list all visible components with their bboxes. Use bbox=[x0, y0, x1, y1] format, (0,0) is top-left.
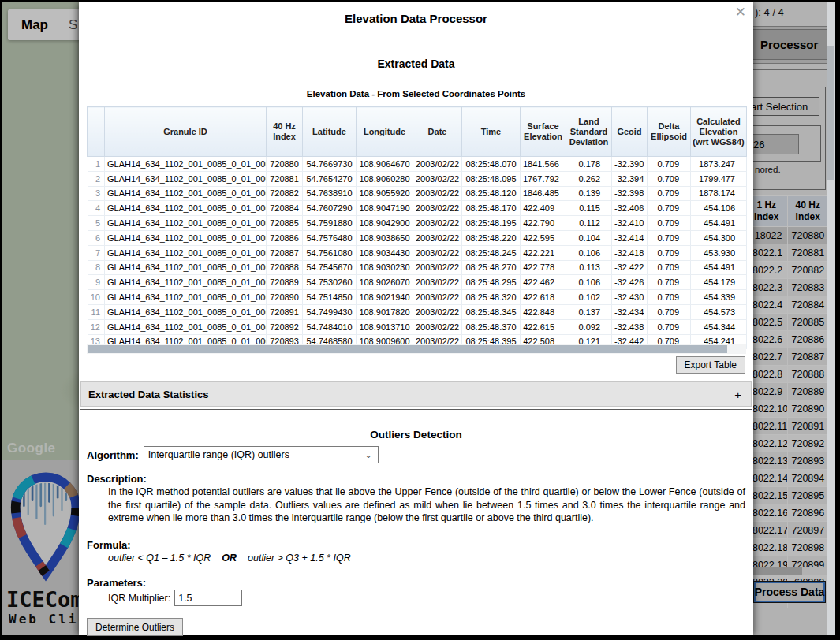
table-cell: 720885 bbox=[267, 216, 303, 231]
table-row[interactable]: 9GLAH14_634_1102_001_0085_0_01_000172088… bbox=[88, 275, 747, 290]
table-cell: 54.7669730 bbox=[303, 157, 357, 172]
table-cell: 08:25:48.245 bbox=[462, 245, 521, 260]
table-cell: GLAH14_634_1102_001_0085_0_01_0001 bbox=[105, 304, 267, 319]
elevation-table[interactable]: Granule ID40 Hz IndexLatitudeLongitudeDa… bbox=[87, 106, 747, 349]
elevation-table-hscroll-thumb[interactable] bbox=[88, 345, 727, 353]
table-cell: -32.430 bbox=[612, 290, 648, 305]
expand-plus-icon[interactable]: + bbox=[734, 388, 751, 401]
table-cell: 0.178 bbox=[566, 157, 612, 172]
table-cell: 0.709 bbox=[648, 171, 691, 186]
table-cell: 1767.792 bbox=[521, 171, 566, 186]
formula-or: OR bbox=[222, 553, 237, 564]
page-vscroll-thumb[interactable] bbox=[827, 46, 834, 180]
table-cell: 08:25:48.170 bbox=[462, 201, 521, 216]
table-cell: GLAH14_634_1102_001_0085_0_01_0001 bbox=[105, 230, 267, 245]
table-row[interactable]: 6GLAH14_634_1102_001_0085_0_01_000172088… bbox=[88, 230, 747, 245]
table-cell: 720886 bbox=[267, 230, 303, 245]
table-cell: 2003/02/22 bbox=[413, 157, 462, 172]
table-cell: 1846.485 bbox=[521, 186, 566, 201]
table-cell: 08:25:48.070 bbox=[462, 157, 521, 172]
table-row[interactable]: 1GLAH14_634_1102_001_0085_0_01_000172088… bbox=[88, 157, 747, 172]
table-cell: 2003/02/22 bbox=[413, 186, 462, 201]
table-cell: GLAH14_634_1102_001_0085_0_01_0001 bbox=[105, 245, 267, 260]
table-cell: -32.434 bbox=[612, 304, 648, 319]
elevation-table-column-header: Longitude bbox=[357, 107, 413, 157]
table-cell: 422.778 bbox=[521, 260, 566, 275]
elevation-table-column-header: Surface Elevation bbox=[521, 107, 566, 157]
elevation-table-column-header: Geoid bbox=[612, 107, 648, 157]
table-cell: 108.9042900 bbox=[357, 216, 413, 231]
table-cell: 720880 bbox=[267, 157, 303, 172]
table-cell: 720889 bbox=[267, 275, 303, 290]
table-cell: 422.221 bbox=[521, 245, 566, 260]
elevation-table-wrap: Granule ID40 Hz IndexLatitudeLongitudeDa… bbox=[87, 106, 746, 349]
table-cell: 0.139 bbox=[566, 186, 612, 201]
table-cell: 08:25:48.220 bbox=[462, 230, 521, 245]
table-cell: 108.9030230 bbox=[357, 260, 413, 275]
table-cell: 9 bbox=[88, 275, 105, 290]
table-cell: 54.7576480 bbox=[303, 230, 357, 245]
table-cell: 54.7530260 bbox=[303, 275, 357, 290]
table-row[interactable]: 4GLAH14_634_1102_001_0085_0_01_000172088… bbox=[88, 201, 747, 216]
table-cell: 2003/02/22 bbox=[413, 171, 462, 186]
chevron-down-icon: ⌄ bbox=[365, 450, 372, 460]
table-row[interactable]: 2GLAH14_634_1102_001_0085_0_01_000172088… bbox=[88, 171, 747, 186]
algorithm-select[interactable]: Interquartile range (IQR) outliers ⌄ bbox=[144, 446, 379, 463]
table-cell: 1878.174 bbox=[691, 186, 747, 201]
determine-outliers-button[interactable]: Determine Outliers bbox=[87, 618, 183, 636]
table-cell: 08:25:48.195 bbox=[462, 216, 521, 231]
elevation-data-processor-dialog: ✕ Elevation Data Processor Extracted Dat… bbox=[79, 2, 753, 635]
table-cell: 3 bbox=[88, 186, 105, 201]
table-row[interactable]: 12GLAH14_634_1102_001_0085_0_01_00017208… bbox=[88, 319, 747, 334]
description-text: In the IQR method potential outliers are… bbox=[108, 486, 745, 525]
table-row[interactable]: 10GLAH14_634_1102_001_0085_0_01_00017208… bbox=[88, 290, 747, 305]
elevation-table-column-header: Calculated Elevation (wrt WGS84) bbox=[691, 107, 747, 157]
table-cell: 2003/02/22 bbox=[413, 290, 462, 305]
table-cell: -32.438 bbox=[612, 319, 648, 334]
table-cell: 720888 bbox=[267, 260, 303, 275]
table-cell: 08:25:48.120 bbox=[462, 186, 521, 201]
table-cell: 720881 bbox=[267, 171, 303, 186]
table-cell: 0.709 bbox=[648, 186, 691, 201]
export-table-button[interactable]: Export Table bbox=[676, 356, 746, 374]
table-row[interactable]: 3GLAH14_634_1102_001_0085_0_01_000172088… bbox=[88, 186, 747, 201]
formula-label: Formula: bbox=[87, 539, 131, 551]
table-cell: 108.9021940 bbox=[357, 290, 413, 305]
elevation-table-column-header: Time bbox=[462, 107, 521, 157]
table-cell: 2003/02/22 bbox=[413, 245, 462, 260]
table-cell: GLAH14_634_1102_001_0085_0_01_0001 bbox=[105, 157, 267, 172]
table-cell: 1841.566 bbox=[521, 157, 566, 172]
table-row[interactable]: 11GLAH14_634_1102_001_0085_0_01_00017208… bbox=[88, 304, 747, 319]
table-cell: 10 bbox=[88, 290, 105, 305]
table-cell: -32.390 bbox=[612, 157, 648, 172]
iqr-multiplier-row: IQR Multiplier: bbox=[108, 590, 242, 606]
table-cell: -32.418 bbox=[612, 245, 648, 260]
table-cell: 0.115 bbox=[566, 201, 612, 216]
table-cell: 454.344 bbox=[691, 319, 747, 334]
table-cell: 720890 bbox=[267, 290, 303, 305]
table-cell: 7 bbox=[88, 245, 105, 260]
page-vscrollbar[interactable] bbox=[827, 2, 835, 635]
table-cell: 1873.247 bbox=[691, 157, 747, 172]
table-cell: 422.409 bbox=[521, 201, 566, 216]
table-cell: GLAH14_634_1102_001_0085_0_01_0001 bbox=[105, 201, 267, 216]
table-cell: 08:25:48.320 bbox=[462, 290, 521, 305]
table-cell: 2003/02/22 bbox=[413, 304, 462, 319]
table-cell: 0.709 bbox=[648, 157, 691, 172]
table-cell: 108.9017820 bbox=[357, 304, 413, 319]
statistics-accordion-header[interactable]: Extracted Data Statistics + bbox=[80, 381, 752, 407]
table-row[interactable]: 7GLAH14_634_1102_001_0085_0_01_000172088… bbox=[88, 245, 747, 260]
iqr-multiplier-input[interactable] bbox=[174, 590, 242, 606]
table-cell: 4 bbox=[88, 201, 105, 216]
elevation-table-column-header: Granule ID bbox=[105, 107, 267, 157]
table-cell: 0.106 bbox=[566, 275, 612, 290]
table-cell: 108.9026070 bbox=[357, 275, 413, 290]
table-row[interactable]: 8GLAH14_634_1102_001_0085_0_01_000172088… bbox=[88, 260, 747, 275]
iqr-multiplier-label: IQR Multiplier: bbox=[108, 593, 170, 604]
table-row[interactable]: 5GLAH14_634_1102_001_0085_0_01_000172088… bbox=[88, 216, 747, 231]
extracted-data-heading: Extracted Data bbox=[79, 58, 753, 70]
table-cell: 2003/02/22 bbox=[413, 230, 462, 245]
elevation-table-hscrollbar[interactable] bbox=[87, 344, 746, 354]
outliers-detection-heading: Outliers Detection bbox=[79, 429, 753, 441]
table-cell: 720887 bbox=[267, 245, 303, 260]
